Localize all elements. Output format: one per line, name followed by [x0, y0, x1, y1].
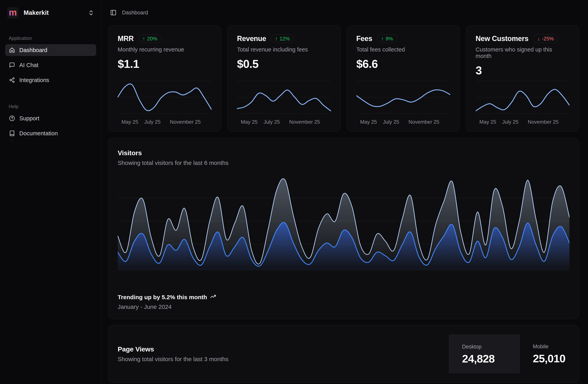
arrow-up-icon: ↑	[143, 36, 145, 41]
card-value: $0.5	[237, 57, 331, 70]
home-icon	[9, 47, 15, 53]
page-views-subtitle: Showing total visitors for the last 3 mo…	[118, 356, 449, 362]
visitors-card: Visitors Showing total visitors for the …	[108, 138, 579, 319]
chevrons-up-down-icon	[88, 10, 94, 16]
help-circle-icon	[9, 115, 15, 121]
page-views-card: Page Views Showing total visitors for th…	[108, 325, 579, 383]
axis-tick: May 25	[121, 119, 138, 125]
breadcrumb[interactable]: Dashboard	[122, 10, 148, 16]
axis-tick: November 25	[289, 119, 320, 125]
card-title: Fees	[357, 35, 372, 43]
axis-tick: November 25	[170, 119, 201, 125]
card-title: MRR	[118, 35, 134, 43]
message-square-icon	[9, 62, 15, 68]
sidebar-item-support[interactable]: Support	[5, 113, 96, 124]
card-description: Monthly recurring revenue	[118, 46, 211, 53]
brand-name: Makerkit	[24, 9, 83, 16]
stat-label: Desktop	[462, 344, 520, 350]
trend-badge: ↑ 12%	[271, 35, 294, 43]
sidebar-section-help: Help Support Documentation	[5, 104, 96, 142]
card-description: Total fees collected	[357, 46, 450, 53]
sidebar-section-label: Application	[5, 36, 96, 41]
makerkit-logo: m	[7, 7, 19, 19]
trend-value: 20%	[147, 36, 157, 41]
visitors-subtitle: Showing total visitors for the last 6 mo…	[118, 159, 569, 166]
stat-card-revenue: Revenue ↑ 12% Total revenue including fe…	[227, 25, 340, 132]
page-views-toggles: Desktop 24,828 Mobile 25,010	[449, 325, 579, 383]
main-area: Dashboard MRR ↑ 20% Monthly recurring re…	[102, 0, 588, 384]
page-views-title: Page Views	[118, 345, 449, 353]
sidebar-section-application: Application Dashboard AI Chat	[5, 36, 96, 89]
stat-value: 24,828	[462, 352, 520, 365]
visitors-title: Visitors	[118, 149, 569, 157]
sidebar-item-label: Documentation	[19, 130, 58, 137]
axis-tick: July 25	[144, 119, 160, 125]
stat-card-mrr: MRR ↑ 20% Monthly recurring revenue $1.1…	[108, 25, 221, 132]
stat-toggle-desktop[interactable]: Desktop 24,828	[449, 335, 520, 373]
sidebar-item-ai-chat[interactable]: AI Chat	[5, 59, 96, 71]
card-value: 3	[476, 64, 569, 77]
topbar: Dashboard	[102, 0, 588, 25]
sidebar: m Makerkit Application Dashboard	[0, 0, 102, 384]
card-value: $1.1	[118, 57, 211, 70]
stat-card-new-customers: New Customers ↓ -25% Customers who signe…	[466, 25, 579, 132]
arrow-up-icon: ↑	[381, 36, 384, 41]
sidebar-item-label: Support	[19, 115, 40, 122]
workspace-selector[interactable]: m Makerkit	[5, 7, 96, 19]
sparkline-chart	[476, 78, 569, 116]
trending-up-icon	[210, 294, 216, 301]
axis-tick: May 25	[360, 119, 377, 125]
axis-tick: May 25	[479, 119, 496, 125]
axis-tick: November 25	[528, 119, 559, 125]
share-icon	[9, 77, 15, 83]
sidebar-item-label: Dashboard	[19, 47, 47, 53]
sidebar-toggle-button[interactable]	[110, 9, 117, 16]
stat-cards-row: MRR ↑ 20% Monthly recurring revenue $1.1…	[108, 25, 579, 132]
trend-badge: ↑ 9%	[377, 35, 397, 43]
card-title: New Customers	[476, 35, 528, 43]
trend-value: -25%	[542, 36, 554, 41]
stat-card-fees: Fees ↑ 9% Total fees collected $6.6 May …	[347, 25, 460, 132]
card-title: Revenue	[237, 35, 266, 43]
sparkline-chart	[118, 78, 211, 116]
trend-value: 12%	[279, 36, 290, 41]
stat-label: Mobile	[533, 343, 579, 350]
trend-period: January - June 2024	[118, 304, 569, 310]
trend-badge: ↓ -25%	[533, 35, 558, 43]
axis-tick: July 25	[383, 119, 399, 125]
axis-tick: May 25	[241, 119, 258, 125]
card-description: Customers who signed up this month	[476, 46, 569, 59]
book-icon	[9, 130, 15, 136]
sidebar-item-label: Integrations	[19, 77, 49, 83]
trend-headline: Trending up by 5.2% this month	[118, 294, 207, 301]
sidebar-item-label: AI Chat	[19, 62, 39, 68]
visitors-footer: Trending up by 5.2% this month January -…	[118, 294, 569, 310]
sidebar-item-integrations[interactable]: Integrations	[5, 74, 96, 86]
stat-toggle-mobile[interactable]: Mobile 25,010	[520, 335, 579, 373]
stat-value: 25,010	[533, 352, 579, 365]
trend-value: 9%	[386, 36, 393, 41]
sparkline-chart	[237, 78, 331, 116]
arrow-down-icon: ↓	[537, 36, 540, 41]
svg-text:m: m	[9, 7, 17, 18]
sidebar-item-dashboard[interactable]: Dashboard	[5, 44, 96, 56]
arrow-up-icon: ↑	[275, 36, 277, 41]
axis-tick: July 25	[502, 119, 518, 125]
sparkline-chart	[357, 78, 450, 116]
sidebar-item-documentation[interactable]: Documentation	[5, 127, 96, 139]
axis-tick: November 25	[408, 119, 439, 125]
visitors-area-chart	[118, 175, 569, 273]
axis-tick: July 25	[264, 119, 280, 125]
card-description: Total revenue including fees	[237, 46, 331, 53]
trend-badge: ↑ 20%	[138, 35, 161, 43]
dashboard-content: MRR ↑ 20% Monthly recurring revenue $1.1…	[102, 25, 588, 383]
card-value: $6.6	[357, 57, 450, 70]
sidebar-section-label: Help	[5, 104, 96, 109]
